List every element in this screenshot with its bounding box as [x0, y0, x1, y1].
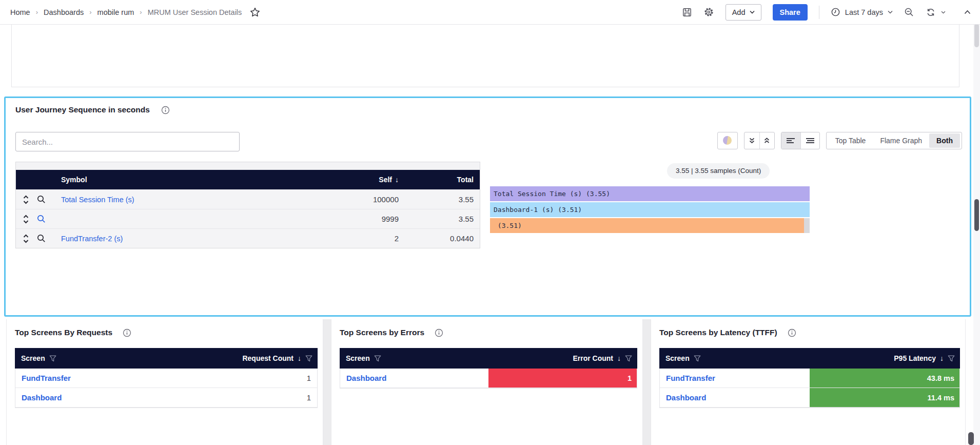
sort-updown-icon[interactable] [23, 195, 29, 204]
align-left-icon[interactable] [781, 132, 800, 149]
flame-frame-row: Total Session Time (s) (3.55) [490, 186, 810, 201]
expand-all-icon[interactable] [759, 132, 774, 149]
sort-descending-arrow: ↓ [617, 354, 621, 362]
add-button-label: Add [732, 8, 746, 16]
flame-tooltip: 3.55 | 3.55 samples (Count) [667, 163, 770, 179]
journey-header-symbol[interactable]: Symbol [61, 176, 301, 184]
request-count-value: 1 [307, 374, 317, 382]
screen-link[interactable]: Dashboard [660, 393, 706, 402]
column-p95-latency[interactable]: P95 Latency ↓ [894, 354, 955, 362]
filter-funnel-icon[interactable] [49, 355, 56, 362]
view-toggle-flame-graph[interactable]: Flame Graph [873, 133, 929, 148]
info-icon[interactable] [123, 328, 131, 337]
total-value: 3.55 [399, 215, 480, 223]
errors-table: Screen Error Count ↓ Dashboard 1 [340, 348, 637, 389]
breadcrumb-separator: › [36, 8, 38, 16]
collapse-all-icon[interactable] [744, 132, 759, 149]
symbol-link[interactable]: FundTransfer-2 (s) [61, 235, 301, 243]
journey-header-self[interactable]: Self↓ [301, 176, 399, 184]
previous-chart-panel [11, 25, 959, 87]
info-icon[interactable] [435, 328, 443, 337]
breadcrumb-mobile-rum[interactable]: mobile rum [97, 8, 134, 16]
filter-funnel-icon[interactable] [305, 355, 312, 362]
breadcrumb-home[interactable]: Home [10, 8, 30, 16]
magnifier-icon[interactable] [37, 234, 46, 243]
search-input[interactable] [15, 132, 240, 151]
expand-collapse-group [744, 132, 775, 149]
filter-funnel-icon[interactable] [948, 355, 955, 362]
favorite-star-icon[interactable] [250, 7, 260, 17]
refresh-interval-chevron-icon[interactable] [941, 11, 946, 14]
time-range-picker[interactable]: Last 7 days [831, 7, 893, 17]
journey-table: Symbol Self↓ Total Total Session Time (s… [15, 162, 480, 248]
panel-title: Top Screens by Errors [340, 328, 424, 337]
symbol-link[interactable]: Total Session Time (s) [61, 196, 301, 204]
align-right-icon[interactable] [800, 132, 819, 149]
sort-updown-icon[interactable] [23, 234, 29, 243]
column-screen[interactable]: Screen [346, 354, 381, 362]
latency-table: Screen P95 Latency ↓ FundTransfer 43.8 m… [659, 348, 960, 408]
dashboard-page: Home › Dashboards › mobile rum › MRUM Us… [0, 0, 980, 445]
filter-funnel-icon[interactable] [625, 355, 632, 362]
request-count-value: 1 [307, 393, 317, 402]
zoom-out-icon[interactable] [904, 7, 914, 17]
vertical-scrollbar-track[interactable] [973, 22, 980, 445]
view-toggle: Top Table Flame Graph Both [826, 132, 962, 149]
journey-table-row: Total Session Time (s) 100000 3.55 [16, 189, 480, 209]
journey-table-row: 9999 3.55 [16, 209, 480, 228]
panel-gutter [643, 319, 651, 445]
inner-scrollbar-thumb[interactable] [974, 199, 979, 231]
bottom-scrollbar-thumb[interactable] [968, 432, 974, 445]
breadcrumb-dashboards[interactable]: Dashboards [44, 8, 84, 16]
requests-table-header: Screen Request Count ↓ [15, 348, 318, 369]
top-screens-by-requests-panel: Top Screens By Requests Screen Request C… [6, 319, 323, 445]
chevron-down-icon [888, 10, 893, 14]
settings-gear-icon[interactable] [703, 7, 714, 17]
screen-link[interactable]: FundTransfer [15, 374, 71, 382]
share-button[interactable]: Share [773, 4, 808, 21]
column-screen[interactable]: Screen [665, 354, 701, 362]
column-request-count[interactable]: Request Count ↓ [242, 354, 312, 362]
collapse-header-icon[interactable] [964, 10, 971, 14]
info-icon[interactable] [161, 106, 170, 114]
latency-bar: 11.4 ms [810, 388, 959, 407]
sort-descending-arrow: ↓ [395, 176, 399, 184]
panel-title: Top Screens By Requests [15, 328, 112, 337]
vertical-scrollbar-thumb[interactable] [974, 24, 979, 47]
view-toggle-top-table[interactable]: Top Table [828, 133, 873, 148]
flame-frame-dashboard-1[interactable]: Dashboard-1 (s) (3.51) [490, 202, 810, 217]
table-row: Dashboard 1 [15, 388, 317, 408]
flame-frame-row: Dashboard-1 (s) (3.51) [490, 202, 810, 217]
total-value: 3.55 [399, 195, 480, 204]
magnifier-icon[interactable] [37, 195, 46, 204]
error-count-bar: 1 [488, 369, 637, 388]
save-icon[interactable] [682, 7, 692, 17]
table-row: Dashboard 11.4 ms [660, 388, 959, 408]
top-bar: Home › Dashboards › mobile rum › MRUM Us… [0, 0, 980, 25]
magnifier-icon-active[interactable] [37, 215, 46, 223]
screen-link[interactable]: Dashboard [15, 393, 62, 402]
flame-frame-total-session-time[interactable]: Total Session Time (s) (3.55) [490, 186, 810, 201]
info-icon[interactable] [788, 328, 796, 337]
flame-frame-row: (3.51) [490, 218, 810, 233]
sort-descending-arrow: ↓ [298, 354, 301, 362]
journey-header-total[interactable]: Total [399, 176, 480, 184]
filter-funnel-icon[interactable] [694, 355, 701, 362]
refresh-icon[interactable] [926, 7, 936, 17]
view-toggle-both[interactable]: Both [929, 133, 960, 148]
panel-gutter [323, 319, 331, 445]
latency-bar: 43.8 ms [810, 369, 959, 388]
color-palette-button[interactable] [717, 132, 738, 149]
column-error-count[interactable]: Error Count ↓ [573, 354, 632, 362]
column-screen[interactable]: Screen [21, 354, 56, 362]
sort-updown-icon[interactable] [23, 215, 29, 224]
flame-frame-child[interactable]: (3.51) [490, 218, 804, 233]
self-value: 2 [301, 234, 399, 243]
flame-graph: Total Session Time (s) (3.55) Dashboard-… [490, 186, 810, 234]
breadcrumb: Home › Dashboards › mobile rum › MRUM Us… [10, 8, 242, 16]
top-screens-by-latency-panel: Top Screens by Latency (TTFF) Screen P95… [651, 319, 966, 445]
filter-funnel-icon[interactable] [374, 355, 381, 362]
screen-link[interactable]: Dashboard [340, 374, 386, 382]
add-button[interactable]: Add [726, 4, 761, 21]
screen-link[interactable]: FundTransfer [660, 374, 715, 382]
